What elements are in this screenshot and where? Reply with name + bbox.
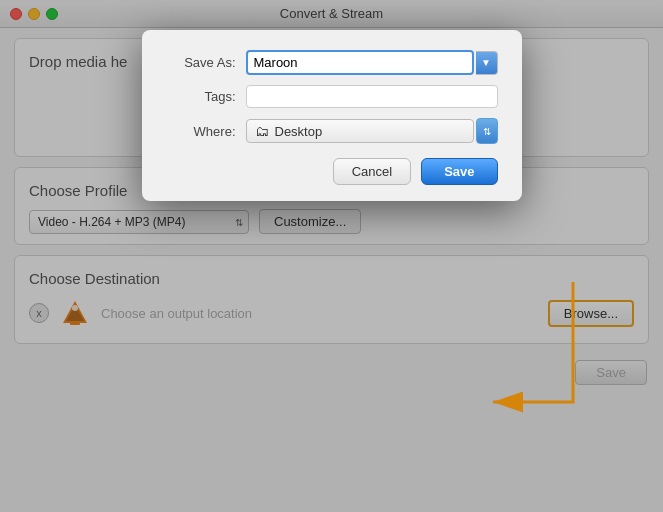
tags-row: Tags: [166, 85, 498, 108]
tags-input[interactable] [246, 85, 498, 108]
where-arrows-button[interactable]: ⇅ [476, 118, 498, 144]
dialog-overlay: Save As: ▼ Tags: Where: 🗂 Desktop ⇅ Canc… [0, 0, 663, 512]
folder-icon: 🗂 [255, 123, 269, 139]
up-down-icon: ⇅ [483, 126, 491, 137]
save-as-input[interactable] [246, 50, 474, 75]
chevron-down-icon: ▼ [481, 57, 491, 68]
save-dialog: Save As: ▼ Tags: Where: 🗂 Desktop ⇅ Canc… [142, 30, 522, 201]
where-label: Where: [166, 124, 236, 139]
where-row: Where: 🗂 Desktop ⇅ [166, 118, 498, 144]
save-as-row: Save As: ▼ [166, 50, 498, 75]
where-value: Desktop [275, 124, 323, 139]
dialog-buttons: Cancel Save [166, 158, 498, 185]
dialog-save-button[interactable]: Save [421, 158, 497, 185]
cancel-button[interactable]: Cancel [333, 158, 411, 185]
where-select[interactable]: 🗂 Desktop [246, 119, 474, 143]
save-as-dropdown-button[interactable]: ▼ [476, 51, 498, 75]
save-as-label: Save As: [166, 55, 236, 70]
tags-label: Tags: [166, 89, 236, 104]
